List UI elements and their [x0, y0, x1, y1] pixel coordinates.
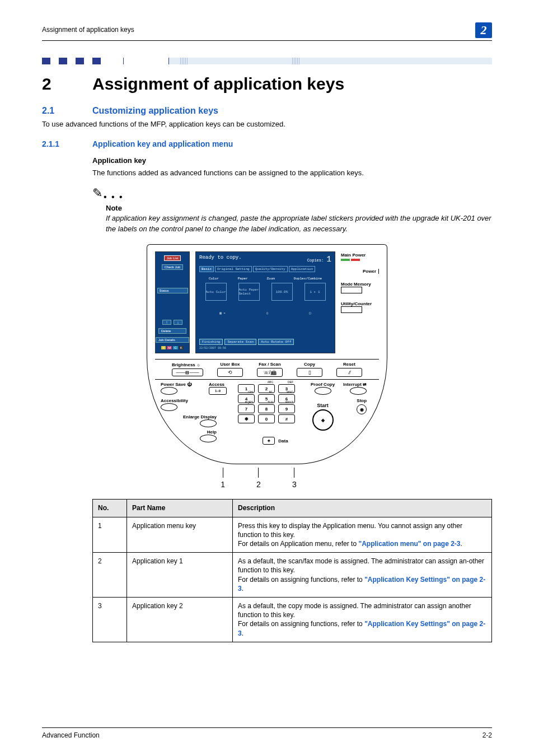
main-power-label: Main Power: [341, 253, 379, 258]
cross-reference-link[interactable]: "Application menu" on page 2-3: [358, 540, 460, 548]
reset-label: Reset: [343, 362, 355, 367]
chapter-title: Assignment of application keys: [92, 74, 344, 94]
access-label: Access: [209, 382, 227, 387]
utility-counter-label: Utility/Counter: [341, 301, 379, 306]
cell-no: 3: [93, 597, 127, 642]
power-save-label: Power Save ⏻: [161, 382, 217, 387]
stop-label: Stop: [343, 398, 367, 403]
lcd-timestamp: 22/02/2007 09:56: [199, 347, 331, 350]
fax-scan-label: Fax / Scan: [259, 362, 281, 367]
col-header-no: No.: [93, 500, 127, 517]
note-block: ✎• • • Note If application key assignmen…: [92, 186, 492, 234]
data-indicator: ✦: [263, 437, 275, 445]
brightness-label: Brightness ☼: [172, 362, 200, 367]
enlarge-display-label: Enlarge Display: [161, 414, 217, 419]
help-button: [200, 435, 217, 442]
power-save-button: [161, 387, 177, 395]
cell-part-name: Application key 1: [127, 553, 233, 598]
keypad-key: ✱: [238, 414, 255, 423]
parts-table: No. Part Name Description 1Application m…: [92, 499, 492, 642]
access-button: 1··0: [209, 387, 227, 395]
start-label: Start: [311, 403, 335, 408]
lcd-side-panel: Job List Check Job Status ↑↓ Delete Job …: [155, 251, 190, 353]
footer-left: Advanced Function: [42, 731, 100, 739]
chapter-badge: 2: [475, 22, 492, 38]
lcd-labels-row: ColorPaperZoomDuplex/Combine: [199, 277, 331, 281]
reset-button: ⫽: [336, 368, 362, 377]
power-label: Power: [341, 269, 379, 274]
section-number: 2.1: [42, 106, 92, 116]
up-down-arrows: ↑↓: [162, 320, 182, 325]
status-label: Status: [157, 288, 188, 293]
cell-description: Press this key to display the Applicatio…: [233, 517, 492, 553]
control-panel-figure: Job List Check Job Status ↑↓ Delete Job …: [147, 244, 387, 489]
ready-text: Ready to copy.: [199, 255, 242, 264]
copy-label: Copy: [304, 362, 315, 367]
cross-reference-link[interactable]: "Application Key Settings" on page 2-3: [238, 620, 485, 637]
copy-button: ▯: [297, 368, 322, 377]
cell-no: 1: [93, 517, 127, 553]
stop-button: ◉: [357, 404, 367, 414]
section-title: Customizing application keys: [92, 106, 218, 116]
mode-memory-button: [341, 287, 362, 293]
note-label: Note: [106, 204, 492, 212]
col-header-desc: Description: [233, 500, 492, 517]
keypad-key: 0: [258, 414, 275, 423]
side-labels: Main Power Power Mode Memory Utility/Cou…: [341, 251, 379, 353]
table-row: 3Application key 2As a default, the copy…: [93, 597, 492, 642]
table-row: 1Application menu keyPress this key to d…: [93, 517, 492, 553]
cell-no: 2: [93, 553, 127, 598]
chapter-number: 2: [42, 74, 92, 94]
keypad-key: 7PQRS: [238, 404, 255, 413]
cell-part-name: Application menu key: [127, 517, 233, 553]
data-label: Data: [278, 438, 288, 444]
lcd-bottom-tabs: Finishing Separate Scan Auto Rotate Off: [199, 339, 331, 345]
mode-memory-label: Mode Memory: [341, 282, 379, 287]
footer-right: 2-2: [483, 731, 492, 739]
job-details-label: Job Details: [156, 337, 189, 343]
lcd-main-screen: Ready to copy. Copies: 1 Basic Original …: [195, 251, 335, 353]
controls-area: Power Save ⏻ Accessibility Enlarge Displ…: [155, 382, 379, 449]
numeric-keypad: 12ABC3DEF4GHI5JKL6MNO7PQRS8TUV9WXYZ✱0#: [238, 384, 294, 422]
proof-copy-button: [315, 387, 331, 395]
decorative-bar: [42, 58, 492, 64]
subsection-title: Application key and application menu: [92, 139, 233, 148]
delete-label: Delete: [158, 328, 186, 334]
running-title: Assignment of application keys: [42, 22, 134, 34]
table-row: 2Application key 1As a default, the scan…: [93, 553, 492, 598]
proof-copy-label: Proof Copy: [311, 382, 335, 387]
toner-chips: Y M C K: [161, 346, 183, 349]
brightness-slider: ───⊟───: [172, 368, 203, 376]
keypad-key: 8TUV: [258, 404, 275, 413]
lcd-main-buttons: Auto Color Auto Paper Select 100.0% 1 ▸ …: [199, 283, 331, 301]
col-header-part: Part Name: [127, 500, 233, 517]
utility-counter-button: [341, 306, 362, 313]
accessibility-button: [161, 403, 177, 411]
cell-part-name: Application key 2: [127, 597, 233, 642]
subsection-number: 2.1.1: [42, 139, 92, 148]
keypad-key: 9WXYZ: [278, 404, 295, 413]
user-box-button: ⟲: [217, 368, 243, 377]
note-text: If application key assignment is changed…: [106, 213, 492, 235]
figure-callouts: 1 2 3: [147, 468, 387, 489]
lcd-tabs: Basic Original Setting Quality/Density A…: [199, 266, 331, 272]
help-label: Help: [161, 430, 217, 435]
section-body: To use advanced functions of the MFP, ap…: [42, 119, 492, 129]
accessibility-label: Accessibility: [161, 398, 217, 403]
interrupt-button: [350, 387, 367, 395]
run-in-heading-application-key: Application key: [92, 156, 492, 165]
cross-reference-link[interactable]: "Application Key Settings" on page 2-3: [238, 576, 485, 592]
fax-scan-button: ☏/📠: [257, 368, 283, 377]
enlarge-display-button: [200, 419, 217, 427]
start-button: ◈: [312, 409, 334, 431]
check-job-label: Check Job: [162, 264, 183, 270]
application-key-body: The functions added as advanced function…: [92, 168, 492, 178]
job-list-label: Job List: [164, 255, 181, 261]
note-icon: ✎• • •: [92, 186, 124, 200]
cell-description: As a default, the scan/fax mode is assig…: [233, 553, 492, 598]
keypad-key: #: [278, 414, 295, 423]
header-rule: [42, 40, 492, 41]
interrupt-label: Interrupt ⇄: [343, 382, 367, 387]
cell-description: As a default, the copy mode is assigned.…: [233, 597, 492, 642]
lcd-icons-row: ▥ ➢▯▢: [199, 311, 331, 315]
